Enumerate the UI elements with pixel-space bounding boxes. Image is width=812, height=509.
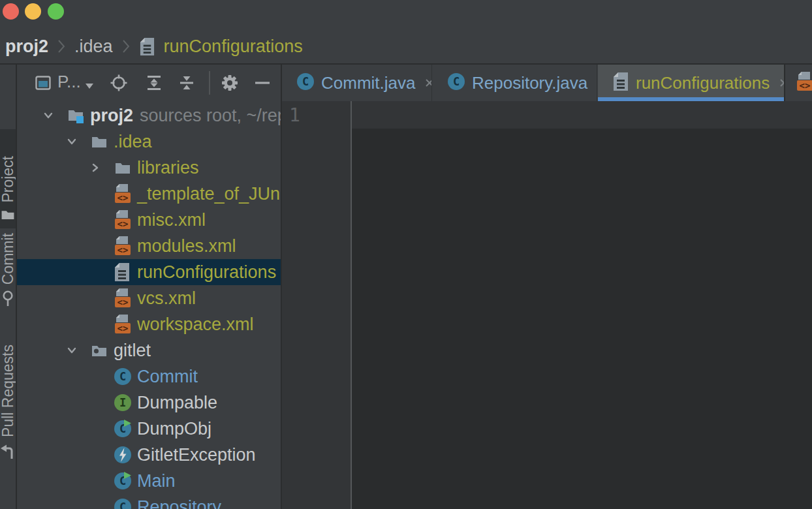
tree-row-libraries[interactable]: libraries (17, 155, 282, 181)
xml-file-icon (114, 315, 132, 333)
stripe-button-commit[interactable]: Commit (0, 232, 16, 315)
folder-icon (114, 159, 132, 177)
chevron-down-icon[interactable] (42, 109, 55, 122)
chevron-down-icon[interactable] (85, 80, 94, 92)
tree-row-workspace-xml[interactable]: workspace.xml (17, 311, 282, 337)
project-tool-window: P... proj2 sources root, ~/rep .idea lib… (17, 65, 282, 509)
tree-row-main[interactable]: Main (17, 468, 282, 494)
close-window-button[interactable] (3, 3, 19, 20)
stripe-button-pull-requests[interactable]: Pull Requests (0, 328, 16, 468)
current-line-highlight (351, 101, 812, 129)
package-folder-icon (90, 341, 108, 360)
tree-row-template-of-junit[interactable]: _template_of_JUnit. (17, 181, 282, 207)
file-icon (114, 263, 132, 281)
tab-commit-java[interactable]: Commit.java (282, 65, 432, 101)
expand-all-icon[interactable] (145, 74, 163, 95)
gutter-divider (351, 101, 352, 509)
file-icon (139, 37, 155, 56)
tree-row-runconfigurations-selected[interactable]: runConfigurations (17, 259, 282, 285)
java-class-icon (296, 72, 315, 93)
tool-window-stripe: Project Commit Pull Requests (0, 65, 16, 509)
tab-partial-xml[interactable] (785, 65, 812, 101)
folder-icon (1, 209, 15, 223)
tree-row-idea[interactable]: .idea (17, 129, 282, 155)
stripe-label-pull-requests: Pull Requests (0, 345, 16, 437)
collapse-all-icon[interactable] (178, 74, 196, 95)
breadcrumb-file[interactable]: runConfigurations (164, 37, 303, 57)
tree-row-modules-xml[interactable]: modules.xml (17, 233, 282, 259)
editor-gutter: 1 (282, 101, 351, 509)
tab-repository-java[interactable]: Repository.java (433, 65, 597, 101)
close-tab-icon[interactable] (779, 78, 784, 88)
folder-icon (90, 132, 108, 151)
locate-opened-file-icon[interactable] (110, 74, 128, 95)
pull-request-arrow-icon (0, 443, 16, 463)
breadcrumb-folder[interactable]: .idea (74, 37, 113, 57)
breadcrumb-separator-icon (57, 39, 66, 54)
file-icon (612, 72, 629, 94)
xml-file-icon (114, 237, 132, 255)
project-panel-toolbar: P... (17, 65, 282, 101)
project-tree: proj2 sources root, ~/rep .idea librarie… (17, 102, 282, 509)
tab-runconfigurations-active[interactable]: runConfigurations (598, 65, 784, 101)
tree-row-repository-class[interactable]: Repository (17, 494, 282, 509)
tree-row-annotation: sources root, ~/rep (140, 106, 282, 126)
editor-tab-bar: Commit.java Repository.java runConfigura… (282, 65, 812, 101)
stripe-button-project[interactable]: Project (0, 129, 16, 228)
tree-row-gitlet[interactable]: gitlet (17, 337, 282, 363)
java-exception-class-icon (114, 446, 132, 464)
tree-row-gitletexception[interactable]: GitletException (17, 442, 282, 468)
java-runnable-class-icon (114, 472, 132, 490)
java-class-icon (114, 498, 132, 509)
toolbar-divider (209, 71, 210, 95)
xml-file-icon (114, 211, 132, 229)
tree-row-commit-class[interactable]: Commit (17, 363, 282, 390)
line-number: 1 (289, 104, 300, 126)
breadcrumb: proj2 .idea runConfigurations (0, 29, 812, 63)
tree-row-dumpable[interactable]: Dumpable (17, 390, 282, 416)
sources-root-folder-icon (67, 106, 85, 125)
minimize-window-button[interactable] (25, 3, 41, 20)
tree-row-dumpobj[interactable]: DumpObj (17, 416, 282, 442)
settings-gear-icon[interactable] (221, 74, 239, 95)
close-tab-icon[interactable] (424, 78, 432, 88)
java-interface-icon (114, 393, 132, 412)
commit-node-icon (1, 290, 14, 310)
xml-file-icon (114, 289, 132, 307)
chevron-right-icon[interactable] (89, 161, 102, 174)
project-view-icon[interactable] (34, 74, 52, 95)
stripe-label-commit: Commit (0, 233, 16, 285)
close-tab-icon[interactable] (597, 78, 597, 88)
intellij-window: { "window": { "traffic_lights": {"close"… (0, 0, 812, 509)
xml-file-icon (796, 72, 812, 94)
xml-file-icon (114, 185, 132, 203)
java-class-icon (447, 72, 465, 93)
editor-area[interactable]: 1 (282, 101, 812, 509)
java-runnable-class-icon (114, 420, 132, 438)
hide-panel-icon[interactable] (253, 74, 272, 95)
chevron-down-icon[interactable] (65, 344, 78, 357)
breadcrumb-project[interactable]: proj2 (5, 37, 48, 57)
breadcrumb-separator-icon (121, 39, 131, 54)
tree-row-misc-xml[interactable]: misc.xml (17, 207, 282, 233)
view-selector-label[interactable]: P... (57, 72, 81, 92)
java-class-icon (114, 367, 132, 386)
tree-row-vcs-xml[interactable]: vcs.xml (17, 285, 282, 311)
chevron-down-icon[interactable] (65, 135, 78, 148)
tree-row-proj2[interactable]: proj2 sources root, ~/rep (17, 102, 282, 129)
zoom-window-button[interactable] (48, 3, 64, 20)
titlebar (0, 0, 812, 29)
stripe-label-project: Project (0, 156, 16, 203)
